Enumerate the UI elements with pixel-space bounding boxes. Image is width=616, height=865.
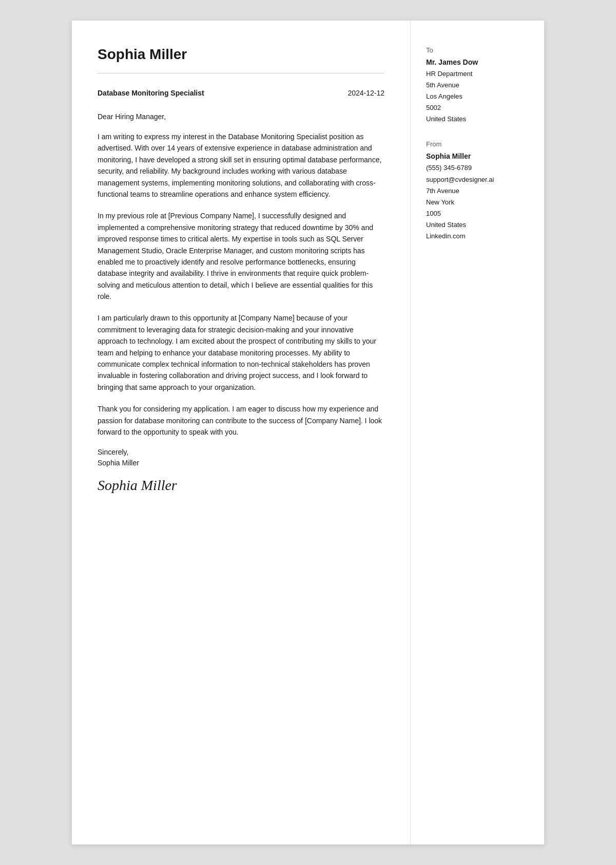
divider (98, 73, 384, 73)
from-country: United States (426, 219, 529, 231)
to-label: To (426, 46, 529, 54)
to-country: United States (426, 114, 529, 125)
from-zip: 1005 (426, 208, 529, 219)
closing: Sincerely, (98, 448, 384, 456)
to-city: Los Angeles (426, 91, 529, 102)
salutation: Dear Hiring Manager, (98, 112, 384, 121)
from-website: Linkedin.com (426, 231, 529, 242)
job-date: 2024-12-12 (348, 89, 384, 97)
cover-letter-page: Sophia Miller Database Monitoring Specia… (72, 21, 544, 844)
left-column: Sophia Miller Database Monitoring Specia… (72, 21, 411, 844)
applicant-name: Sophia Miller (98, 46, 384, 63)
to-department: HR Department (426, 68, 529, 80)
from-email: support@cvdesigner.ai (426, 174, 529, 185)
to-zip: 5002 (426, 102, 529, 114)
to-name: Mr. James Dow (426, 58, 529, 66)
from-phone: (555) 345-6789 (426, 162, 529, 174)
paragraph-3: I am particularly drawn to this opportun… (98, 312, 384, 393)
from-address: (555) 345-6789 support@cvdesigner.ai 7th… (426, 162, 529, 242)
from-city: New York (426, 197, 529, 208)
right-column: To Mr. James Dow HR Department 5th Avenu… (411, 21, 544, 844)
job-info-row: Database Monitoring Specialist 2024-12-1… (98, 89, 384, 97)
paragraph-4: Thank you for considering my application… (98, 403, 384, 438)
closing-name: Sophia Miller (98, 459, 384, 467)
signature: Sophia Miller (98, 477, 384, 494)
paragraph-2: In my previous role at [Previous Company… (98, 210, 384, 302)
from-section: From Sophia Miller (555) 345-6789 suppor… (426, 140, 529, 242)
job-title: Database Monitoring Specialist (98, 89, 204, 97)
paragraph-1: I am writing to express my interest in t… (98, 131, 384, 200)
from-name: Sophia Miller (426, 152, 529, 160)
from-street: 7th Avenue (426, 185, 529, 197)
to-address: HR Department 5th Avenue Los Angeles 500… (426, 68, 529, 125)
to-street: 5th Avenue (426, 80, 529, 91)
from-label: From (426, 140, 529, 148)
